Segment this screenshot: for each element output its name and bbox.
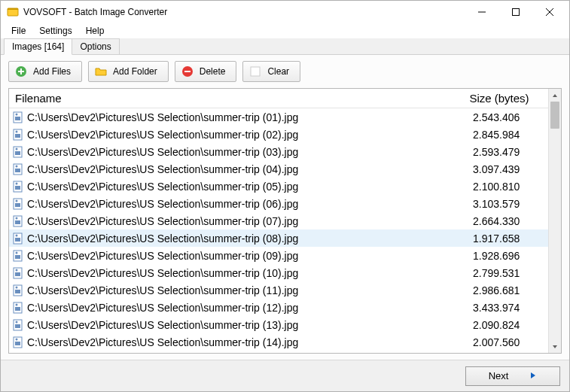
cell-filename: C:\Users\Dev2\Pictures\US Selection\summ… [27, 284, 450, 296]
svg-point-38 [16, 251, 18, 254]
toolbar: Add Files Add Folder Delete Clear [1, 55, 569, 88]
cell-filename: C:\Users\Dev2\Pictures\US Selection\summ… [27, 336, 450, 348]
table-row[interactable]: C:\Users\Dev2\Pictures\US Selection\summ… [9, 212, 548, 229]
image-file-icon [12, 302, 24, 314]
image-file-icon [12, 319, 24, 331]
column-filename[interactable]: Filename [9, 89, 450, 108]
svg-rect-13 [15, 117, 20, 120]
scroll-up-arrow[interactable] [549, 89, 561, 102]
table-row[interactable]: C:\Users\Dev2\Pictures\US Selection\summ… [9, 247, 548, 264]
table-row[interactable]: C:\Users\Dev2\Pictures\US Selection\summ… [9, 264, 548, 281]
list-header: Filename Size (bytes) [9, 89, 548, 108]
button-label: Next [489, 370, 509, 381]
maximize-button[interactable] [498, 1, 532, 23]
cell-size: 3.103.579 [450, 198, 545, 210]
menubar: File Settings Help [1, 23, 569, 38]
table-row[interactable]: C:\Users\Dev2\Pictures\US Selection\summ… [9, 316, 548, 333]
table-row[interactable]: C:\Users\Dev2\Pictures\US Selection\summ… [9, 126, 548, 143]
column-size[interactable]: Size (bytes) [450, 89, 548, 108]
table-row[interactable]: C:\Users\Dev2\Pictures\US Selection\summ… [9, 195, 548, 212]
svg-rect-46 [15, 307, 20, 311]
tabstrip: Images [164] Options [1, 38, 569, 55]
image-file-icon [12, 215, 24, 227]
table-row[interactable]: C:\Users\Dev2\Pictures\US Selection\summ… [9, 160, 548, 178]
cell-size: 1.928.696 [450, 250, 545, 262]
cell-size: 3.097.439 [450, 163, 545, 175]
cell-size: 1.917.658 [450, 232, 545, 245]
table-row[interactable]: C:\Users\Dev2\Pictures\US Selection\summ… [9, 229, 548, 247]
clear-button[interactable]: Clear [242, 61, 300, 82]
table-row[interactable]: C:\Users\Dev2\Pictures\US Selection\summ… [9, 108, 548, 126]
next-button[interactable]: Next [465, 366, 560, 386]
table-row[interactable]: C:\Users\Dev2\Pictures\US Selection\summ… [9, 281, 548, 299]
svg-rect-3 [512, 9, 519, 16]
svg-rect-11 [251, 67, 260, 76]
svg-point-35 [16, 234, 18, 236]
cell-filename: C:\Users\Dev2\Pictures\US Selection\summ… [27, 302, 450, 314]
plus-icon [15, 65, 27, 77]
menu-settings[interactable]: Settings [33, 24, 78, 38]
svg-point-26 [16, 182, 18, 184]
svg-rect-16 [15, 134, 20, 138]
close-button[interactable] [532, 1, 566, 23]
image-file-icon [12, 267, 24, 279]
file-list: Filename Size (bytes) C:\Users\Dev2\Pict… [8, 88, 562, 354]
image-file-icon [12, 284, 24, 296]
svg-point-50 [16, 321, 18, 323]
folder-icon [95, 65, 107, 77]
table-row[interactable]: C:\Users\Dev2\Pictures\US Selection\summ… [9, 333, 548, 351]
menu-help[interactable]: Help [80, 24, 111, 38]
image-file-icon [12, 232, 24, 245]
delete-button[interactable]: Delete [175, 61, 237, 82]
cell-filename: C:\Users\Dev2\Pictures\US Selection\summ… [27, 267, 450, 279]
svg-rect-52 [15, 342, 20, 345]
tab-images[interactable]: Images [164] [4, 38, 72, 55]
cell-filename: C:\Users\Dev2\Pictures\US Selection\summ… [27, 146, 450, 158]
cell-size: 2.593.479 [450, 146, 545, 158]
content-area: Filename Size (bytes) C:\Users\Dev2\Pict… [1, 88, 569, 360]
vertical-scrollbar[interactable] [548, 89, 561, 353]
tab-options[interactable]: Options [72, 38, 119, 54]
svg-rect-22 [15, 169, 20, 172]
svg-point-47 [16, 303, 18, 305]
svg-point-32 [16, 217, 18, 219]
svg-rect-28 [15, 203, 20, 207]
svg-rect-31 [15, 220, 20, 224]
svg-rect-34 [15, 238, 20, 242]
image-file-icon [12, 163, 24, 175]
svg-point-23 [16, 165, 18, 167]
image-file-icon [12, 198, 24, 210]
svg-point-14 [16, 113, 18, 115]
cell-filename: C:\Users\Dev2\Pictures\US Selection\summ… [27, 198, 450, 210]
minimize-button[interactable] [465, 1, 498, 23]
scroll-track[interactable] [549, 102, 561, 340]
footer: Next [1, 360, 569, 391]
svg-rect-1 [8, 8, 18, 10]
svg-point-20 [16, 147, 18, 150]
svg-point-44 [16, 286, 18, 288]
cell-filename: C:\Users\Dev2\Pictures\US Selection\summ… [27, 129, 450, 141]
titlebar: VOVSOFT - Batch Image Converter [1, 1, 569, 23]
list-body: C:\Users\Dev2\Pictures\US Selection\summ… [9, 108, 548, 353]
image-file-icon [12, 146, 24, 158]
button-label: Add Files [33, 66, 71, 77]
window-title: VOVSOFT - Batch Image Converter [23, 7, 167, 17]
table-row[interactable]: C:\Users\Dev2\Pictures\US Selection\summ… [9, 178, 548, 195]
table-row[interactable]: C:\Users\Dev2\Pictures\US Selection\summ… [9, 299, 548, 316]
cell-size: 2.845.984 [450, 129, 545, 141]
minus-icon [181, 65, 194, 77]
button-label: Clear [267, 66, 289, 77]
cell-filename: C:\Users\Dev2\Pictures\US Selection\summ… [27, 250, 450, 262]
image-file-icon [12, 129, 24, 141]
cell-filename: C:\Users\Dev2\Pictures\US Selection\summ… [27, 232, 450, 245]
scroll-down-arrow[interactable] [549, 340, 561, 353]
app-window: VOVSOFT - Batch Image Converter File Set… [0, 0, 570, 392]
table-row[interactable]: C:\Users\Dev2\Pictures\US Selection\summ… [9, 143, 548, 160]
image-file-icon [12, 111, 24, 123]
cell-size: 2.799.531 [450, 267, 545, 279]
add-folder-button[interactable]: Add Folder [88, 61, 169, 82]
arrow-right-icon [529, 370, 537, 381]
add-files-button[interactable]: Add Files [8, 61, 82, 82]
scroll-thumb[interactable] [550, 102, 559, 129]
menu-file[interactable]: File [5, 24, 32, 38]
